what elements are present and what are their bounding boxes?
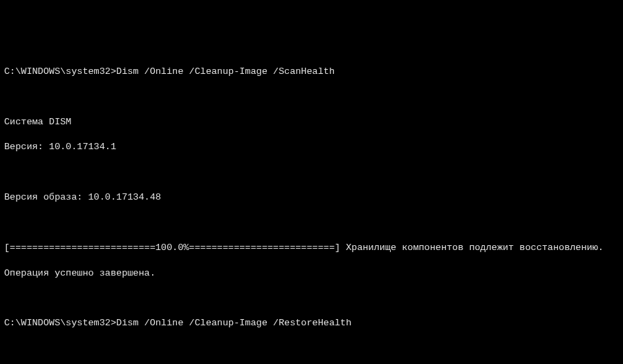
output-line <box>4 292 619 305</box>
output-line: Версия: 10.0.17134.1 <box>4 141 619 153</box>
output-line: Версия образа: 10.0.17134.48 <box>4 191 619 204</box>
terminal-output[interactable]: C:\WINDOWS\system32>Dism /Online /Cleanu… <box>4 53 619 364</box>
output-line <box>4 91 619 104</box>
output-line <box>4 343 619 355</box>
output-line <box>4 166 619 179</box>
output-line: Операция успешно завершена. <box>4 267 619 280</box>
output-line: Cистема DISM <box>4 116 619 128</box>
progress-line: [==========================100.0%=======… <box>4 242 619 254</box>
command-line: C:\WINDOWS\system32>Dism /Online /Cleanu… <box>4 317 619 329</box>
command-line: C:\WINDOWS\system32>Dism /Online /Cleanu… <box>4 66 619 78</box>
output-line <box>4 217 619 229</box>
